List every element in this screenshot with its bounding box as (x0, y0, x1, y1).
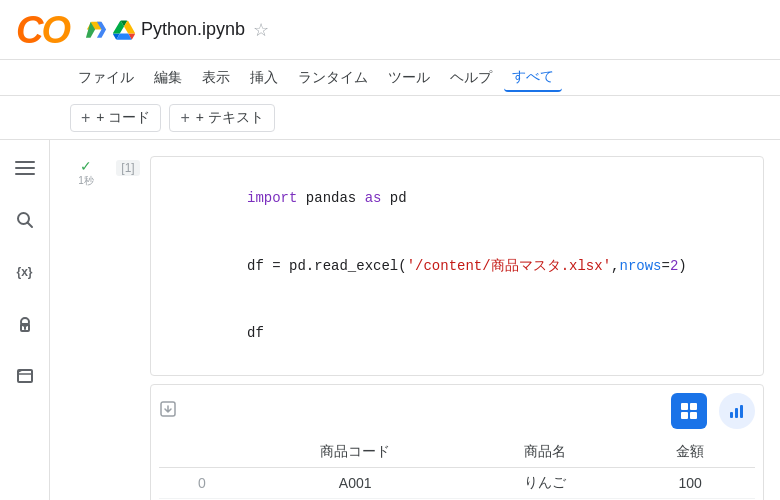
svg-rect-11 (681, 403, 688, 410)
output-header: 商品コード 商品名 金額 (159, 393, 755, 429)
cell-code-content[interactable]: import pandas as pd df = pd.read_excel('… (150, 156, 764, 376)
sidebar-secrets-icon[interactable] (9, 308, 41, 340)
menu-edit[interactable]: 編集 (146, 65, 190, 91)
notebook-content: ✓ 1秒 [1] import pandas as pd df = pd.rea… (50, 140, 780, 500)
svg-rect-2 (15, 167, 35, 169)
cell-number: [1] (116, 160, 139, 176)
plus-icon-text: + (180, 109, 189, 127)
logo-o: O (41, 9, 69, 51)
menu-tools[interactable]: ツール (380, 65, 438, 91)
sidebar-variables-icon[interactable]: {x} (9, 256, 41, 288)
row-0-code: A001 (245, 467, 465, 498)
row-0-index: 0 (159, 467, 245, 498)
check-icon: ✓ (80, 158, 92, 174)
menu-help[interactable]: ヘルプ (442, 65, 500, 91)
toolbar: + + コード + + テキスト (0, 96, 780, 140)
svg-rect-9 (18, 370, 32, 382)
svg-rect-15 (730, 412, 733, 418)
code-line-2: df = pd.read_excel('/content/商品マスタ.xlsx'… (163, 232, 751, 299)
svg-rect-17 (740, 405, 743, 418)
header: CO Python.ipynb ☆ (0, 0, 780, 60)
table-view-button[interactable] (671, 393, 707, 429)
svg-line-5 (27, 223, 32, 228)
sidebar-files-icon[interactable] (9, 360, 41, 392)
plus-icon-code: + (81, 109, 90, 127)
cell-status: ✓ 1秒 (66, 156, 106, 376)
row-0-price: 100 (625, 467, 755, 498)
file-name: Python.ipynb (141, 19, 245, 40)
th-code: 商品コード (245, 437, 465, 468)
menu-insert[interactable]: 挿入 (242, 65, 286, 91)
add-code-button[interactable]: + + コード (70, 104, 161, 132)
menu-all[interactable]: すべて (504, 64, 562, 92)
th-name: 商品名 (465, 437, 625, 468)
svg-rect-3 (15, 173, 35, 175)
table-row: 0 A001 りんご 100 (159, 467, 755, 498)
main-area: {x} ✓ 1秒 [1] (0, 140, 780, 500)
logo-c: C (16, 9, 41, 51)
code-cell: ✓ 1秒 [1] import pandas as pd df = pd.rea… (66, 156, 764, 376)
add-text-button[interactable]: + + テキスト (169, 104, 274, 132)
menu-file[interactable]: ファイル (70, 65, 142, 91)
svg-rect-13 (681, 412, 688, 419)
svg-rect-12 (690, 403, 697, 410)
output-area: 商品コード 商品名 金額 (150, 384, 764, 500)
svg-rect-14 (690, 412, 697, 419)
add-text-label: + テキスト (196, 109, 264, 127)
sidebar-menu-icon[interactable] (9, 152, 41, 184)
th-index (159, 437, 245, 468)
row-0-name: りんご (465, 467, 625, 498)
chart-view-button[interactable] (719, 393, 755, 429)
star-icon[interactable]: ☆ (253, 19, 269, 41)
add-code-label: + コード (96, 109, 150, 127)
cell-bracket: [1] (106, 156, 150, 376)
exec-time: 1秒 (78, 174, 94, 188)
code-line-1: import pandas as pd (163, 165, 751, 232)
sidebar: {x} (0, 140, 50, 500)
colab-logo: CO (16, 11, 69, 49)
code-line-3: df (163, 299, 751, 366)
output-table: 商品コード 商品名 金額 0 A001 りんご 100 1 A002 (159, 437, 755, 500)
drive-icon (85, 19, 107, 41)
google-drive-icon (113, 19, 135, 41)
sidebar-search-icon[interactable] (9, 204, 41, 236)
menu-bar: ファイル 編集 表示 挿入 ランタイム ツール ヘルプ すべて (0, 60, 780, 96)
menu-runtime[interactable]: ランタイム (290, 65, 376, 91)
svg-rect-1 (15, 161, 35, 163)
output-export-icon[interactable] (159, 400, 177, 422)
svg-rect-16 (735, 408, 738, 418)
th-price: 金額 (625, 437, 755, 468)
menu-view[interactable]: 表示 (194, 65, 238, 91)
